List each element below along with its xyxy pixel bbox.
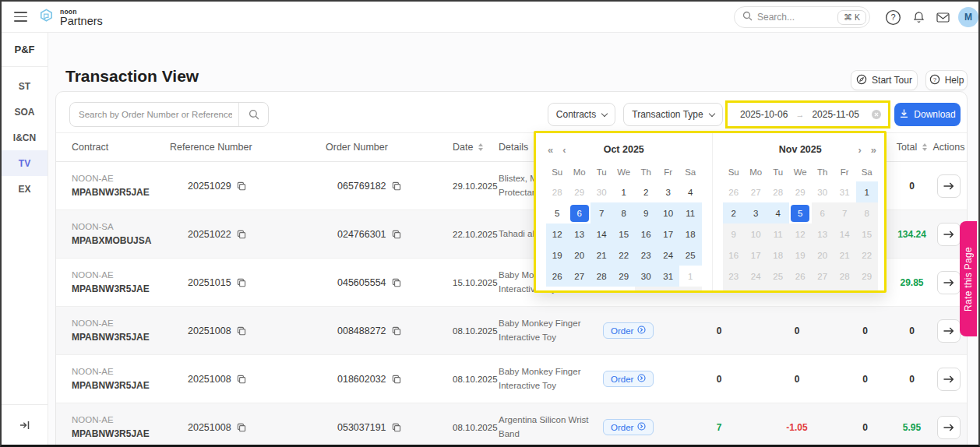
calendar-day[interactable]: 29: [569, 181, 591, 202]
calendar-day[interactable]: 2: [546, 287, 569, 293]
calendar-day[interactable]: 2: [767, 287, 790, 293]
calendar-day[interactable]: 16: [723, 245, 746, 266]
date-range-picker[interactable]: 2025-10-06 → 2025-11-05: [725, 100, 890, 128]
calendar-day[interactable]: 11: [767, 224, 790, 245]
calendar-day[interactable]: 12: [789, 224, 812, 245]
global-search[interactable]: ⌘ K: [734, 6, 870, 28]
start-tour-button[interactable]: Start Tour: [851, 70, 918, 90]
calendar-day[interactable]: 25: [679, 245, 702, 266]
calendar-day[interactable]: 22: [856, 245, 879, 266]
calendar-day[interactable]: 26: [723, 181, 746, 202]
copy-icon[interactable]: [392, 230, 401, 239]
calendar-day[interactable]: 27: [812, 266, 834, 287]
brand-logo[interactable]: noon Partners: [37, 7, 103, 28]
help-button[interactable]: ? Help: [925, 70, 968, 90]
calendar-day[interactable]: 8: [856, 202, 879, 224]
calendar-day[interactable]: 28: [590, 266, 613, 287]
next-month-icon[interactable]: ›: [858, 144, 861, 156]
calendar-day[interactable]: 31: [657, 266, 680, 287]
calendar-day[interactable]: 20: [569, 245, 591, 266]
calendar-day[interactable]: 23: [723, 266, 746, 287]
calendar-day[interactable]: 3: [569, 287, 591, 293]
calendar-day[interactable]: 19: [789, 245, 812, 266]
calendar-day[interactable]: 23: [635, 245, 657, 266]
row-details-arrow-button[interactable]: [937, 368, 961, 391]
calendar-day[interactable]: 25: [767, 266, 790, 287]
calendar-day[interactable]: 6: [812, 202, 834, 224]
next-year-icon[interactable]: »: [871, 144, 876, 156]
calendar-day[interactable]: 22: [613, 245, 636, 266]
calendar-day[interactable]: 14: [590, 224, 613, 245]
row-details-arrow-button[interactable]: [937, 223, 961, 246]
calendar-day[interactable]: 17: [745, 245, 767, 266]
calendar-day[interactable]: 7: [657, 287, 680, 293]
calendar-day[interactable]: 2: [635, 181, 657, 202]
calendar-day[interactable]: 5: [789, 202, 812, 224]
clear-date-icon[interactable]: [871, 109, 882, 120]
calendar-day[interactable]: 27: [569, 266, 591, 287]
calendar-day[interactable]: 6: [569, 202, 591, 224]
copy-icon[interactable]: [392, 181, 401, 191]
calendar-day[interactable]: 1: [745, 287, 767, 293]
calendar-day[interactable]: 11: [679, 202, 702, 224]
calendar-day[interactable]: 18: [679, 224, 702, 245]
order-badge[interactable]: Order: [603, 322, 654, 339]
calendar-day[interactable]: 1: [679, 266, 702, 287]
calendar-day[interactable]: 17: [657, 224, 680, 245]
calendar-day[interactable]: 3: [789, 287, 812, 293]
calendar-day[interactable]: 15: [613, 224, 636, 245]
row-details-arrow-button[interactable]: [937, 174, 961, 198]
calendar-day[interactable]: 28: [834, 266, 856, 287]
header-total-sortable[interactable]: Total: [894, 142, 929, 153]
calendar-day[interactable]: 5: [546, 202, 569, 224]
calendar-day[interactable]: 6: [856, 287, 879, 293]
calendar-day[interactable]: 6: [635, 287, 657, 293]
calendar-day[interactable]: 15: [856, 224, 879, 245]
row-details-arrow-button[interactable]: [937, 319, 961, 343]
prev-month-icon[interactable]: ‹: [562, 144, 566, 156]
sidebar-item-i-cn[interactable]: I&CN: [2, 125, 48, 150]
calendar-day[interactable]: 29: [856, 266, 879, 287]
calendar-day[interactable]: 5: [834, 287, 856, 293]
calendar-day[interactable]: 30: [723, 287, 746, 293]
sidebar-item-tv[interactable]: TV: [2, 150, 48, 176]
copy-icon[interactable]: [237, 278, 246, 287]
calendar-day[interactable]: 13: [569, 224, 591, 245]
copy-icon[interactable]: [237, 230, 246, 239]
calendar-day[interactable]: 9: [635, 202, 657, 224]
calendar-day[interactable]: 16: [635, 224, 657, 245]
row-details-arrow-button[interactable]: [937, 416, 961, 439]
calendar-day[interactable]: 28: [546, 181, 569, 202]
rate-this-page-tab[interactable]: Rate this Page: [960, 221, 977, 336]
calendar-day[interactable]: 31: [834, 181, 856, 202]
calendar-day[interactable]: 10: [657, 202, 680, 224]
calendar-day[interactable]: 30: [590, 181, 613, 202]
sidebar-item-st[interactable]: ST: [2, 73, 48, 99]
copy-icon[interactable]: [392, 326, 401, 336]
help-icon[interactable]: ?: [884, 9, 901, 26]
messages-mail-icon[interactable]: [934, 9, 951, 26]
calendar-day[interactable]: 30: [635, 266, 657, 287]
prev-year-icon[interactable]: «: [548, 144, 553, 156]
calendar-day[interactable]: 24: [657, 245, 680, 266]
transaction-type-dropdown[interactable]: Transaction Type: [623, 103, 723, 126]
calendar-day[interactable]: 26: [789, 266, 812, 287]
copy-icon[interactable]: [237, 181, 246, 191]
calendar-day[interactable]: 9: [723, 224, 746, 245]
notifications-bell-icon[interactable]: [910, 9, 927, 26]
calendar-day[interactable]: 10: [745, 224, 767, 245]
calendar-day[interactable]: 13: [812, 224, 834, 245]
global-search-input[interactable]: [757, 12, 833, 23]
sidebar-item-soa[interactable]: SOA: [2, 99, 48, 125]
contracts-dropdown[interactable]: Contracts: [548, 103, 615, 126]
calendar-day[interactable]: 27: [745, 181, 767, 202]
calendar-day[interactable]: 24: [745, 266, 767, 287]
date-to-value[interactable]: 2025-11-05: [812, 109, 859, 120]
calendar-day[interactable]: 30: [812, 181, 834, 202]
copy-icon[interactable]: [237, 423, 246, 432]
row-details-arrow-button[interactable]: [937, 271, 961, 294]
date-from-value[interactable]: 2025-10-06: [740, 109, 788, 120]
calendar-day[interactable]: 7: [834, 202, 856, 224]
hamburger-menu-icon[interactable]: [14, 12, 27, 22]
calendar-day[interactable]: 7: [590, 202, 613, 224]
